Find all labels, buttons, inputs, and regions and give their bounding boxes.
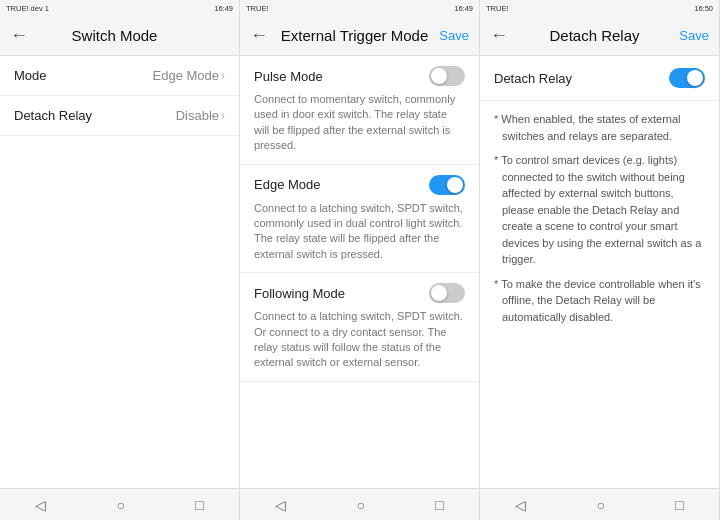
status-bar-3: TRUE! 16:50 <box>480 0 719 16</box>
pulse-mode-toggle[interactable] <box>429 66 465 86</box>
carrier-text-1: TRUE! dev 1 <box>6 4 49 13</box>
nav-back-1[interactable]: ◁ <box>35 497 46 513</box>
detach-content: Detach Relay * When enabled, the states … <box>480 56 719 488</box>
edge-mode-toggle[interactable] <box>429 175 465 195</box>
mode-row[interactable]: Mode Edge Mode › <box>0 56 239 96</box>
external-trigger-panel: TRUE! 16:49 ← External Trigger Mode Save… <box>240 0 480 520</box>
back-button-3[interactable]: ← <box>490 25 510 46</box>
status-right-1: 16:49 <box>214 4 233 13</box>
carrier-text-2: TRUE! <box>246 4 269 13</box>
switch-mode-panel: TRUE! dev 1 16:49 ← Switch Mode Mode Edg… <box>0 0 240 520</box>
page-title-1: Switch Mode <box>30 27 199 44</box>
pulse-mode-card: Pulse Mode Connect to momentary switch, … <box>240 56 479 165</box>
mode-chevron: › <box>221 69 225 83</box>
time-2: 16:49 <box>454 4 473 13</box>
header-3: ← Detach Relay Save <box>480 16 719 56</box>
nav-bar-2: ◁ ○ □ <box>240 488 479 520</box>
nav-square-1[interactable]: □ <box>195 497 203 513</box>
header-2: ← External Trigger Mode Save <box>240 16 479 56</box>
settings-content-1: Mode Edge Mode › Detach Relay Disable › <box>0 56 239 488</box>
status-right-2: 16:49 <box>454 4 473 13</box>
detach-relay-toggle[interactable] <box>669 68 705 88</box>
time-3: 16:50 <box>694 4 713 13</box>
pulse-mode-toggle-knob <box>431 68 447 84</box>
nav-square-3[interactable]: □ <box>675 497 683 513</box>
mode-value: Edge Mode › <box>153 68 226 83</box>
edge-mode-header: Edge Mode <box>254 175 465 195</box>
nav-bar-1: ◁ ○ □ <box>0 488 239 520</box>
following-mode-toggle[interactable] <box>429 283 465 303</box>
detach-relay-row[interactable]: Detach Relay Disable › <box>0 96 239 136</box>
status-bar-2: TRUE! 16:49 <box>240 0 479 16</box>
detach-relay-chevron: › <box>221 109 225 123</box>
header-1: ← Switch Mode <box>0 16 239 56</box>
status-left-1: TRUE! dev 1 <box>6 4 49 13</box>
nav-bar-3: ◁ ○ □ <box>480 488 719 520</box>
detach-desc-1: * When enabled, the states of external s… <box>494 111 705 144</box>
following-mode-title: Following Mode <box>254 286 345 301</box>
back-button-1[interactable]: ← <box>10 25 30 46</box>
detach-descriptions: * When enabled, the states of external s… <box>480 101 719 343</box>
save-button-3[interactable]: Save <box>679 28 709 43</box>
pulse-mode-desc: Connect to momentary switch, commonly us… <box>254 92 465 154</box>
following-mode-card: Following Mode Connect to a latching swi… <box>240 273 479 382</box>
following-mode-desc: Connect to a latching switch, SPDT switc… <box>254 309 465 371</box>
pulse-mode-header: Pulse Mode <box>254 66 465 86</box>
detach-desc-3: * To make the device controllable when i… <box>494 276 705 326</box>
edge-mode-desc: Connect to a latching switch, SPDT switc… <box>254 201 465 263</box>
save-button-2[interactable]: Save <box>439 28 469 43</box>
time-1: 16:49 <box>214 4 233 13</box>
following-mode-toggle-knob <box>431 285 447 301</box>
following-mode-header: Following Mode <box>254 283 465 303</box>
detach-relay-toggle-knob <box>687 70 703 86</box>
pulse-mode-title: Pulse Mode <box>254 69 323 84</box>
detach-relay-value: Disable › <box>176 108 225 123</box>
status-right-3: 16:50 <box>694 4 713 13</box>
nav-back-3[interactable]: ◁ <box>515 497 526 513</box>
nav-home-2[interactable]: ○ <box>357 497 365 513</box>
detach-desc-2: * To control smart devices (e.g. lights)… <box>494 152 705 268</box>
detach-relay-toggle-row: Detach Relay <box>480 56 719 101</box>
detach-relay-toggle-label: Detach Relay <box>494 71 572 86</box>
nav-square-2[interactable]: □ <box>435 497 443 513</box>
edge-mode-card: Edge Mode Connect to a latching switch, … <box>240 165 479 274</box>
back-button-2[interactable]: ← <box>250 25 270 46</box>
edge-mode-toggle-knob <box>447 177 463 193</box>
detach-relay-label: Detach Relay <box>14 108 92 123</box>
status-bar-1: TRUE! dev 1 16:49 <box>0 0 239 16</box>
mode-label: Mode <box>14 68 47 83</box>
nav-back-2[interactable]: ◁ <box>275 497 286 513</box>
carrier-text-3: TRUE! <box>486 4 509 13</box>
page-title-3: Detach Relay <box>510 27 679 44</box>
detach-relay-value-text: Disable <box>176 108 219 123</box>
modes-content: Pulse Mode Connect to momentary switch, … <box>240 56 479 488</box>
detach-relay-panel: TRUE! 16:50 ← Detach Relay Save Detach R… <box>480 0 720 520</box>
nav-home-3[interactable]: ○ <box>597 497 605 513</box>
nav-home-1[interactable]: ○ <box>117 497 125 513</box>
page-title-2: External Trigger Mode <box>270 27 439 44</box>
status-left-3: TRUE! <box>486 4 509 13</box>
mode-value-text: Edge Mode <box>153 68 220 83</box>
status-left-2: TRUE! <box>246 4 269 13</box>
edge-mode-title: Edge Mode <box>254 177 321 192</box>
